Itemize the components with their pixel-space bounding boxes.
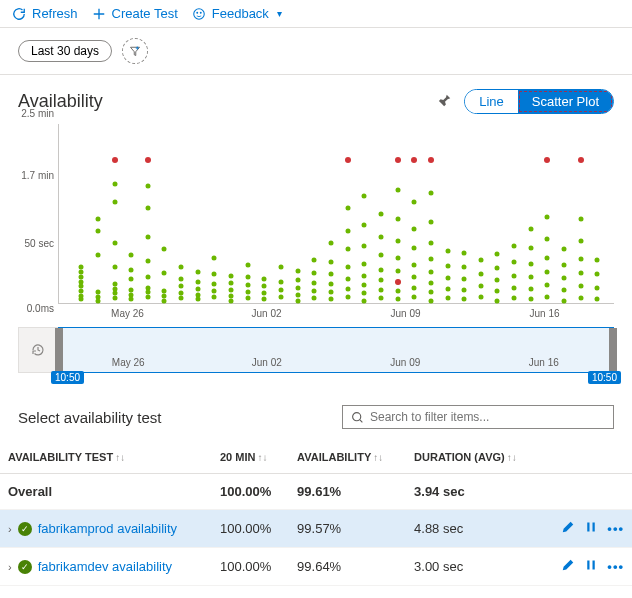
- data-point-success[interactable]: [495, 266, 500, 271]
- add-filter-button[interactable]: [122, 38, 148, 64]
- data-point-success[interactable]: [578, 296, 583, 301]
- data-point-success[interactable]: [445, 286, 450, 291]
- data-point-success[interactable]: [312, 271, 317, 276]
- data-point-success[interactable]: [395, 217, 400, 222]
- data-point-success[interactable]: [212, 295, 217, 300]
- data-point-failure[interactable]: [395, 157, 401, 163]
- pin-button[interactable]: [438, 93, 452, 110]
- data-point-success[interactable]: [212, 272, 217, 277]
- data-point-success[interactable]: [129, 297, 134, 302]
- data-point-success[interactable]: [545, 295, 550, 300]
- data-point-success[interactable]: [328, 272, 333, 277]
- data-point-success[interactable]: [512, 260, 517, 265]
- data-point-success[interactable]: [295, 278, 300, 283]
- data-point-success[interactable]: [295, 285, 300, 290]
- data-point-success[interactable]: [129, 253, 134, 258]
- data-point-success[interactable]: [495, 298, 500, 303]
- data-point-success[interactable]: [212, 255, 217, 260]
- data-point-success[interactable]: [295, 268, 300, 273]
- data-point-success[interactable]: [95, 253, 100, 258]
- data-point-success[interactable]: [262, 297, 267, 302]
- data-point-success[interactable]: [345, 295, 350, 300]
- data-point-success[interactable]: [478, 284, 483, 289]
- data-point-success[interactable]: [395, 255, 400, 260]
- table-row[interactable]: Overall100.00%99.61%3.94 sec: [0, 474, 632, 510]
- expand-icon[interactable]: ›: [8, 523, 12, 535]
- data-point-success[interactable]: [362, 193, 367, 198]
- data-point-success[interactable]: [229, 293, 234, 298]
- data-point-success[interactable]: [412, 199, 417, 204]
- data-point-success[interactable]: [362, 261, 367, 266]
- data-point-success[interactable]: [562, 247, 567, 252]
- data-point-success[interactable]: [428, 241, 433, 246]
- data-point-success[interactable]: [545, 255, 550, 260]
- data-point-success[interactable]: [245, 290, 250, 295]
- data-point-success[interactable]: [378, 253, 383, 258]
- table-row[interactable]: ›✓fabrikamprod availability100.00%99.57%…: [0, 510, 632, 548]
- data-point-success[interactable]: [112, 281, 117, 286]
- data-point-success[interactable]: [345, 247, 350, 252]
- data-point-success[interactable]: [179, 296, 184, 301]
- data-point-success[interactable]: [229, 280, 234, 285]
- data-point-success[interactable]: [79, 269, 84, 274]
- data-point-success[interactable]: [412, 246, 417, 251]
- data-point-success[interactable]: [495, 278, 500, 283]
- data-point-success[interactable]: [162, 293, 167, 298]
- timeline-scrubber[interactable]: 10:50 10:50 May 26Jun 02Jun 09Jun 16: [58, 327, 614, 373]
- data-point-success[interactable]: [362, 291, 367, 296]
- data-point-success[interactable]: [462, 277, 467, 282]
- data-point-success[interactable]: [545, 215, 550, 220]
- data-point-success[interactable]: [462, 297, 467, 302]
- data-point-success[interactable]: [295, 292, 300, 297]
- data-point-success[interactable]: [95, 229, 100, 234]
- data-point-success[interactable]: [95, 290, 100, 295]
- data-point-success[interactable]: [445, 296, 450, 301]
- data-point-success[interactable]: [328, 260, 333, 265]
- data-point-success[interactable]: [345, 265, 350, 270]
- data-point-success[interactable]: [378, 211, 383, 216]
- data-point-success[interactable]: [445, 264, 450, 269]
- data-point-success[interactable]: [145, 285, 150, 290]
- data-point-success[interactable]: [495, 289, 500, 294]
- data-point-success[interactable]: [578, 256, 583, 261]
- data-point-success[interactable]: [512, 243, 517, 248]
- data-point-success[interactable]: [195, 297, 200, 302]
- data-point-success[interactable]: [145, 295, 150, 300]
- data-point-success[interactable]: [578, 284, 583, 289]
- data-point-success[interactable]: [345, 286, 350, 291]
- data-point-success[interactable]: [162, 271, 167, 276]
- data-point-success[interactable]: [395, 297, 400, 302]
- data-point-success[interactable]: [145, 184, 150, 189]
- data-point-success[interactable]: [162, 289, 167, 294]
- scatter-chart[interactable]: [58, 124, 614, 304]
- data-point-success[interactable]: [562, 262, 567, 267]
- data-point-success[interactable]: [279, 279, 284, 284]
- data-point-success[interactable]: [262, 284, 267, 289]
- more-button[interactable]: •••: [607, 559, 624, 574]
- data-point-failure[interactable]: [112, 157, 118, 163]
- data-point-success[interactable]: [412, 227, 417, 232]
- data-point-success[interactable]: [328, 281, 333, 286]
- data-point-success[interactable]: [378, 287, 383, 292]
- data-point-success[interactable]: [595, 272, 600, 277]
- data-point-success[interactable]: [578, 271, 583, 276]
- data-point-success[interactable]: [245, 274, 250, 279]
- data-point-success[interactable]: [112, 241, 117, 246]
- data-point-success[interactable]: [112, 286, 117, 291]
- data-point-success[interactable]: [179, 277, 184, 282]
- data-point-success[interactable]: [478, 272, 483, 277]
- data-point-success[interactable]: [279, 295, 284, 300]
- data-point-success[interactable]: [112, 296, 117, 301]
- data-point-success[interactable]: [412, 285, 417, 290]
- data-point-success[interactable]: [595, 297, 600, 302]
- data-point-success[interactable]: [412, 295, 417, 300]
- data-point-success[interactable]: [262, 291, 267, 296]
- data-point-success[interactable]: [512, 273, 517, 278]
- data-point-success[interactable]: [428, 298, 433, 303]
- col-duration[interactable]: DURATION (AVG)↑↓: [406, 441, 542, 474]
- col-20min[interactable]: 20 MIN↑↓: [212, 441, 289, 474]
- data-point-success[interactable]: [312, 258, 317, 263]
- data-point-success[interactable]: [145, 205, 150, 210]
- data-point-success[interactable]: [378, 235, 383, 240]
- data-point-success[interactable]: [212, 289, 217, 294]
